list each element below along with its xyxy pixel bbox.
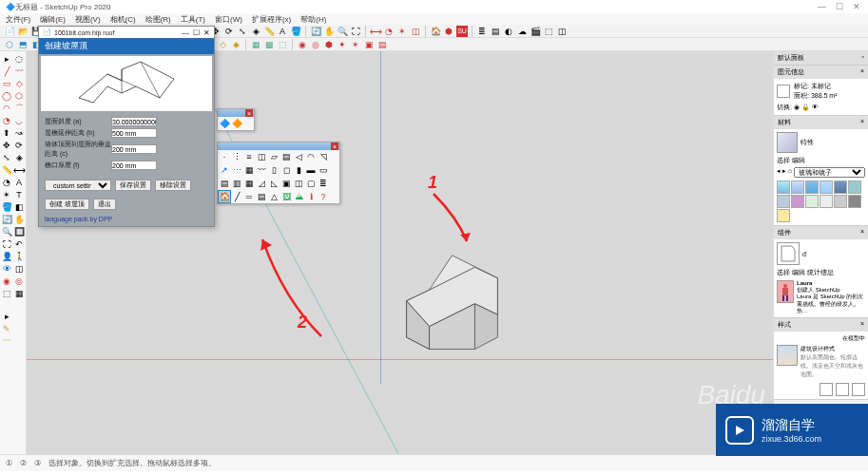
mat-home-icon[interactable]: ⌂: [788, 167, 792, 178]
bit-escalator-icon[interactable]: ◿: [256, 178, 267, 189]
arc2-icon[interactable]: ⌒: [13, 103, 25, 114]
bit-frame-icon[interactable]: ▢: [305, 178, 317, 189]
poly-tool-icon[interactable]: ⬡: [13, 90, 25, 102]
bit-rafter-icon[interactable]: ╱: [231, 191, 242, 202]
extra1-icon[interactable]: ◉: [1, 276, 12, 287]
layers-icon[interactable]: ▤: [490, 26, 501, 37]
bit-divide-icon[interactable]: ⋮: [231, 151, 242, 162]
bit-window-icon[interactable]: ▣: [280, 178, 292, 189]
wall-to-roof-input[interactable]: [111, 144, 157, 154]
text-tool-icon[interactable]: A: [13, 177, 25, 188]
shadows-icon[interactable]: ◐: [503, 26, 514, 37]
bit-terrain-icon[interactable]: ⛰: [293, 191, 304, 202]
tape-icon[interactable]: 📏: [263, 26, 275, 37]
bit-stair3-icon[interactable]: ▦: [243, 178, 255, 189]
prev-icon[interactable]: ↶: [13, 238, 25, 250]
eave-input[interactable]: [111, 128, 157, 138]
orbit-tool-icon[interactable]: 🔄: [1, 214, 12, 225]
ext-red-7-icon[interactable]: ▤: [376, 39, 388, 50]
zoom-extents-icon[interactable]: ⛶: [350, 26, 361, 37]
model-lshape[interactable]: [397, 251, 507, 360]
scale-icon[interactable]: ⤡: [237, 26, 248, 37]
section-icon[interactable]: ◫: [410, 26, 421, 37]
rotate-tool-icon[interactable]: ⟳: [13, 140, 25, 151]
bit-fillet-icon[interactable]: ◠: [305, 151, 317, 162]
offset-icon[interactable]: ◈: [250, 26, 261, 37]
bit-move-icon[interactable]: ↗: [219, 164, 230, 176]
fascia-input[interactable]: [111, 161, 157, 170]
freehand-icon[interactable]: 〰: [13, 66, 25, 77]
bit-stair-icon[interactable]: ▤: [219, 178, 230, 189]
eraser-tool-icon[interactable]: ◧: [13, 201, 25, 213]
panel-components-header[interactable]: 组件×: [774, 226, 868, 239]
bit-info-icon[interactable]: ℹ: [305, 191, 317, 202]
protractor-tool-icon[interactable]: ◔: [1, 177, 12, 188]
extension-icon[interactable]: ⬢: [443, 26, 454, 37]
arc-tool-icon[interactable]: ◠: [1, 103, 12, 114]
bit-align-icon[interactable]: ≡: [243, 151, 255, 162]
dim-tool-icon[interactable]: ⟷: [13, 164, 25, 176]
mat-fwd-icon[interactable]: ▸: [782, 167, 786, 178]
sandbox-1-icon[interactable]: ▦: [250, 39, 261, 50]
menu-window[interactable]: 窗口(W): [215, 14, 242, 25]
float-toolbar-vray[interactable]: × 🔷🔶: [217, 108, 255, 131]
axes-tool-icon[interactable]: ✶: [1, 189, 12, 200]
paint-icon[interactable]: 🪣: [290, 26, 301, 37]
bit-point-icon[interactable]: ·: [219, 151, 230, 162]
bit-path-icon[interactable]: 〰: [256, 164, 267, 176]
lasso-icon[interactable]: ◌: [13, 53, 25, 65]
bit-slope-icon[interactable]: ◁: [293, 151, 304, 162]
ext-red-2-icon[interactable]: ◎: [310, 39, 321, 50]
panel-entity-info-header[interactable]: 图元信息×: [774, 66, 868, 79]
iso-icon[interactable]: ⬡: [4, 39, 15, 50]
save-settings-button[interactable]: 保存设置: [115, 180, 151, 191]
components-icon[interactable]: ⬚: [543, 26, 554, 37]
extra4-icon[interactable]: ▦: [13, 288, 25, 299]
axes-icon[interactable]: ✶: [396, 26, 408, 37]
slope-input[interactable]: [111, 117, 157, 126]
panel-default-header[interactable]: 默认面板▫: [774, 51, 868, 65]
toggle-lock-icon[interactable]: 🔒: [801, 104, 810, 110]
look-icon[interactable]: 👁: [1, 263, 12, 275]
rotrect-icon[interactable]: ◇: [13, 78, 25, 89]
bit-door-icon[interactable]: ◫: [293, 178, 304, 189]
float-toolbar-1001bit[interactable]: × · ⋮ ≡ ◫ ▱ ▤ ◁ ◠ ◹ ↗ ⋯ ▦ 〰 ▯ ◻ ▮ ▬: [217, 142, 340, 204]
zoom-tool-icon[interactable]: 🔍: [1, 226, 12, 238]
bit-ramp-icon[interactable]: ◺: [268, 178, 280, 189]
minimize-button[interactable]: —: [818, 2, 826, 11]
plugin-max-icon[interactable]: ☐: [193, 28, 200, 37]
protractor-icon[interactable]: ◔: [383, 26, 395, 37]
text-icon[interactable]: A: [277, 26, 288, 37]
menu-edit[interactable]: 编辑(E): [40, 14, 66, 25]
bit-plane-icon[interactable]: ▱: [268, 151, 280, 162]
pie-icon[interactable]: ◔: [1, 115, 12, 126]
component-thumbnail[interactable]: [777, 280, 794, 303]
bit-wall-icon[interactable]: ▯: [268, 164, 280, 176]
menu-extensions[interactable]: 扩展程序(x): [252, 14, 291, 25]
solid-trim-icon[interactable]: ◇: [217, 39, 228, 50]
status-icon-2[interactable]: ②: [20, 459, 27, 467]
panel-materials-header[interactable]: 材料×: [774, 116, 868, 129]
pan-icon[interactable]: ✋: [323, 26, 335, 37]
remove-settings-button[interactable]: 移除设置: [155, 180, 191, 191]
warehouse-icon[interactable]: 🏠: [430, 26, 441, 37]
preset-select[interactable]: custom setting 1: [45, 180, 111, 191]
follow-icon[interactable]: ↝: [13, 127, 25, 139]
float-close-icon[interactable]: ×: [245, 109, 253, 117]
ext-red-3-icon[interactable]: ⬢: [323, 39, 335, 50]
bit-opening-icon[interactable]: ◻: [280, 164, 292, 176]
scenes-icon[interactable]: 🎬: [530, 26, 541, 37]
bit-joist-icon[interactable]: ▤: [256, 191, 267, 202]
pushpull-tool-icon[interactable]: ⬆: [1, 127, 12, 139]
outliner-icon[interactable]: ≣: [476, 26, 488, 37]
bit-chamfer-icon[interactable]: ◹: [318, 151, 329, 162]
close-button[interactable]: ✕: [853, 2, 860, 11]
bit-stair2-icon[interactable]: ▥: [231, 178, 242, 189]
tape-tool-icon[interactable]: 📏: [1, 164, 12, 176]
extra3-icon[interactable]: ⬚: [1, 288, 12, 299]
arc3-icon[interactable]: ◡: [13, 115, 25, 126]
zoomext-icon[interactable]: ⛶: [1, 238, 12, 250]
bit-louvre-icon[interactable]: ≣: [318, 178, 329, 189]
sandbox-3-icon[interactable]: ⬚: [277, 39, 288, 50]
ext-red-4-icon[interactable]: ✦: [337, 39, 348, 50]
